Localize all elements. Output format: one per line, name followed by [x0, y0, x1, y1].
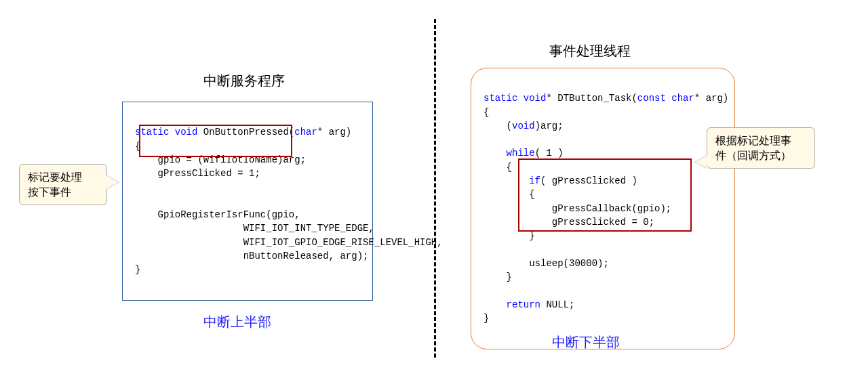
right-caption: 中断下半部: [552, 333, 620, 351]
right-panel: 事件处理线程 static void* DTButton_Task(const …: [441, 0, 868, 384]
right-codebox: static void* DTButton_Task(const char* a…: [471, 68, 735, 349]
kw-return: return: [507, 299, 540, 310]
left-callout: 标记要处理按下事件: [19, 164, 107, 205]
kw-void: void: [512, 121, 535, 131]
kw-static-void: static void: [135, 127, 197, 137]
left-caption: 中断上半部: [203, 313, 271, 331]
kw-if: if: [529, 175, 540, 186]
right-title: 事件处理线程: [549, 42, 631, 60]
vertical-divider: [434, 19, 436, 358]
left-title: 中断服务程序: [203, 72, 285, 90]
kw-const-char: const char: [637, 93, 694, 104]
left-codebox: static void OnButtonPressed(char* arg) {…: [122, 102, 373, 301]
kw-static-void2: static void: [484, 93, 546, 104]
kw-char: char: [294, 127, 317, 137]
kw-while: while: [507, 148, 535, 158]
right-callout: 根据标记处理事件（回调方式）: [707, 127, 815, 169]
left-panel: 中断服务程序 static void OnButtonPressed(char*…: [0, 0, 427, 384]
